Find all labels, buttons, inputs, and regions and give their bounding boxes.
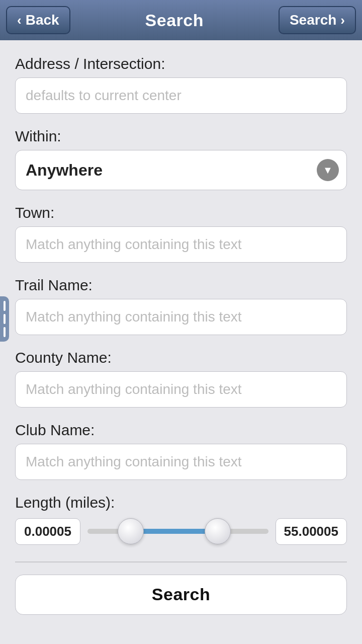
back-button[interactable]: ‹ Back: [6, 6, 70, 34]
length-max-value: 55.00005: [276, 518, 347, 545]
nav-bar: ‹ Back Search Search ›: [0, 0, 362, 40]
club-name-input[interactable]: [15, 444, 347, 480]
length-slider-row: 0.00005 55.00005: [15, 516, 347, 546]
back-chevron-icon: ‹: [17, 13, 22, 28]
nav-title: Search: [145, 11, 204, 30]
within-label: Within:: [15, 128, 347, 145]
handle-line: [4, 301, 6, 311]
nav-search-label: Search: [290, 12, 336, 28]
back-button-label: Back: [26, 12, 59, 28]
address-label: Address / Intersection:: [15, 55, 347, 72]
town-label: Town:: [15, 204, 347, 221]
divider: [15, 561, 347, 562]
county-name-input[interactable]: [15, 371, 347, 408]
address-input[interactable]: [15, 77, 347, 114]
handle-line: [4, 327, 6, 337]
length-label: Length (miles):: [15, 494, 347, 511]
within-select-wrapper: Anywhere 1 mile 5 miles 10 miles 25 mile…: [15, 150, 347, 190]
forward-chevron-icon: ›: [340, 13, 345, 28]
nav-search-button[interactable]: Search ›: [279, 6, 356, 34]
length-min-value: 0.00005: [15, 518, 80, 545]
slider-track: [87, 529, 268, 534]
trail-name-label: Trail Name:: [15, 277, 347, 294]
county-name-label: County Name:: [15, 349, 347, 366]
within-select[interactable]: Anywhere 1 mile 5 miles 10 miles 25 mile…: [15, 150, 347, 190]
side-handle-lines: [4, 301, 6, 337]
town-input[interactable]: [15, 226, 347, 263]
search-button[interactable]: Search: [15, 575, 347, 615]
length-slider-container: [87, 516, 268, 546]
club-name-label: Club Name:: [15, 422, 347, 439]
search-button-label: Search: [152, 585, 210, 604]
side-handle[interactable]: [0, 296, 9, 342]
handle-line: [4, 314, 6, 324]
trail-name-input[interactable]: [15, 299, 347, 335]
search-form: Address / Intersection: Within: Anywhere…: [0, 40, 362, 635]
slider-thumb-min[interactable]: [118, 518, 144, 544]
slider-thumb-max[interactable]: [205, 518, 231, 544]
